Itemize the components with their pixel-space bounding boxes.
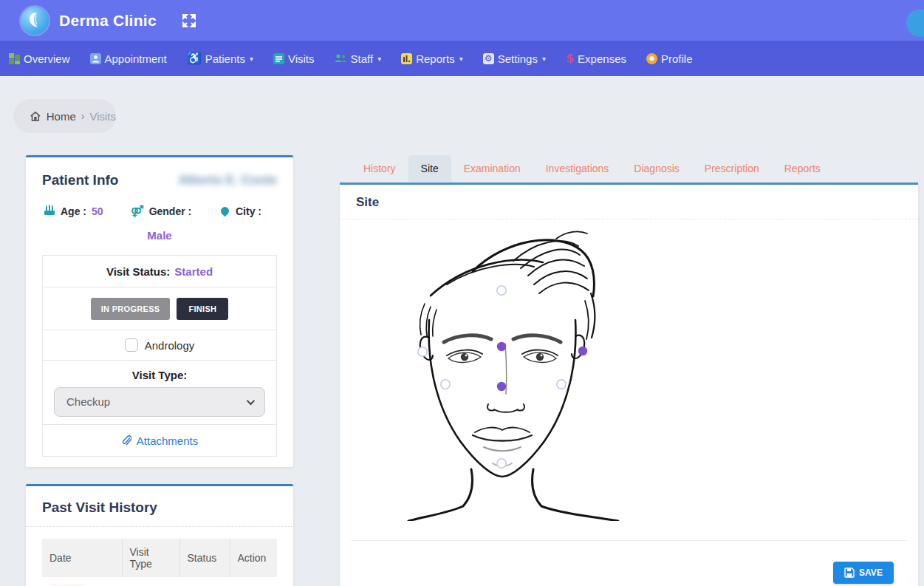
tab-examination[interactable]: Examination [451, 155, 533, 182]
face-diagram[interactable] [403, 225, 661, 521]
nav-label: Reports [416, 52, 455, 65]
site-marker-left-cheek[interactable] [441, 380, 450, 389]
breadcrumb-current: Visits [89, 110, 116, 123]
nav-item-expenses[interactable]: $ Expenses [566, 52, 626, 65]
site-marker-right-cheek[interactable] [557, 380, 566, 389]
save-label: SAVE [859, 568, 883, 578]
past-visits-table: Date Visit Type Status Action 3/4/2021 5… [42, 539, 277, 586]
home-icon [30, 111, 41, 122]
nav-label: Patients [205, 52, 245, 65]
site-marker-left-ear[interactable] [418, 347, 427, 356]
visit-status-value: Started [174, 265, 213, 278]
reports-icon [401, 53, 412, 64]
city-label: City : [236, 205, 261, 217]
age-value: 50 [92, 205, 103, 217]
site-marker-chin[interactable] [497, 459, 506, 468]
nav-item-staff[interactable]: Staff ▾ [335, 52, 382, 65]
app-title: Derma Clinic [59, 12, 157, 30]
attachments-label: Attachments [137, 435, 198, 447]
settings-gear-icon: ⚙ [483, 53, 494, 64]
visit-type-cell: Checkup [122, 577, 179, 586]
nav-label: Expenses [578, 52, 626, 65]
age-label: Age : [61, 205, 86, 217]
visit-type-value: Checkup [66, 395, 110, 408]
floppy-disk-icon [844, 568, 855, 578]
nav-item-visits[interactable]: Visits [273, 52, 315, 65]
site-marker-nose[interactable] [497, 382, 506, 391]
gender-value: Male [147, 229, 171, 242]
appointment-icon [90, 53, 101, 64]
table-row: 3/4/2021 5:00:00 PM Checkup waiting [42, 577, 277, 586]
andrology-label: Andrology [145, 339, 195, 352]
fullscreen-toggle-icon[interactable] [182, 13, 196, 28]
col-action: Action [230, 539, 277, 577]
chevron-down-icon: ▾ [542, 55, 546, 63]
col-status: Status [179, 539, 230, 577]
nav-label: Overview [24, 52, 70, 65]
visit-type-select[interactable]: Checkup [54, 387, 265, 417]
chevron-down-icon: ▾ [459, 55, 463, 63]
header-corner-button[interactable] [906, 9, 924, 37]
patient-name: Alberto E. Conte [179, 173, 277, 188]
age-cake-icon [44, 205, 55, 217]
city-pin-icon [219, 205, 231, 217]
gender-label: Gender : [149, 205, 192, 217]
in-progress-button[interactable]: IN PROGRESS [91, 298, 171, 320]
patient-info-title: Patient Info [42, 172, 118, 188]
paperclip-icon [121, 435, 131, 446]
nav-item-profile[interactable]: ☻ Profile [646, 52, 693, 65]
tab-history[interactable]: History [351, 155, 408, 182]
visit-tabs: History Site Examination Investigations … [351, 155, 833, 182]
staff-icon [335, 53, 347, 64]
nav-item-reports[interactable]: Reports ▾ [401, 52, 463, 65]
visit-sections: Visit Status: Started IN PROGRESS FINISH… [42, 255, 277, 457]
nav-label: Staff [351, 52, 374, 65]
nav-item-appointment[interactable]: Appointment [90, 52, 167, 65]
nav-item-patients[interactable]: ♿ Patients ▾ [187, 52, 253, 65]
site-panel: Site [340, 183, 918, 586]
main-nav: Overview Appointment ♿ Patients ▾ Visits… [0, 41, 924, 76]
patient-info-card: Patient Info Alberto E. Conte Age : 50 ⚤… [26, 155, 293, 467]
breadcrumb: Home › Visits [13, 99, 116, 133]
nav-item-overview[interactable]: Overview [9, 52, 70, 65]
chevron-down-icon: ▾ [377, 55, 381, 63]
app-logo-icon [21, 7, 49, 35]
attachments-link[interactable]: Attachments [43, 425, 276, 456]
finish-button[interactable]: FINISH [177, 298, 228, 320]
status-cell: waiting [179, 577, 230, 586]
nav-item-settings[interactable]: ⚙ Settings ▾ [483, 52, 546, 65]
chevron-down-icon: ▾ [250, 55, 253, 63]
visit-type-label: Visit Type: [132, 369, 187, 381]
site-marker-forehead[interactable] [497, 286, 506, 295]
past-visit-history-card: Past Visit History Date Visit Type Statu… [26, 484, 293, 586]
save-button[interactable]: SAVE [833, 562, 894, 584]
visit-status-label: Visit Status: [106, 265, 170, 278]
col-visit-type: Visit Type [122, 539, 179, 577]
tab-prescription[interactable]: Prescription [692, 155, 772, 182]
overview-icon [9, 53, 20, 64]
col-date: Date [42, 539, 122, 577]
breadcrumb-separator: › [81, 110, 85, 122]
breadcrumb-home[interactable]: Home [47, 110, 76, 123]
past-visit-history-title: Past Visit History [42, 500, 157, 515]
nav-label: Appointment [105, 52, 167, 65]
gender-icon: ⚤ [131, 205, 144, 217]
nav-label: Profile [661, 52, 693, 65]
site-panel-title: Site [340, 185, 918, 219]
site-marker-glabella[interactable] [497, 342, 506, 351]
tab-reports[interactable]: Reports [772, 155, 833, 182]
nav-label: Settings [498, 52, 538, 65]
tab-site[interactable]: Site [408, 155, 451, 182]
tab-diagnosis[interactable]: Diagnosis [621, 155, 691, 182]
site-marker-right-ear[interactable] [578, 347, 587, 355]
visits-icon [273, 53, 284, 64]
expenses-dollar-icon: $ [566, 52, 574, 64]
patients-icon: ♿ [187, 52, 202, 64]
andrology-checkbox[interactable] [125, 338, 138, 352]
app-header: Derma Clinic [0, 0, 924, 41]
nav-label: Visits [288, 52, 315, 65]
profile-icon: ☻ [646, 53, 657, 64]
tab-investigations[interactable]: Investigations [533, 155, 622, 182]
chevron-down-icon [247, 396, 255, 404]
